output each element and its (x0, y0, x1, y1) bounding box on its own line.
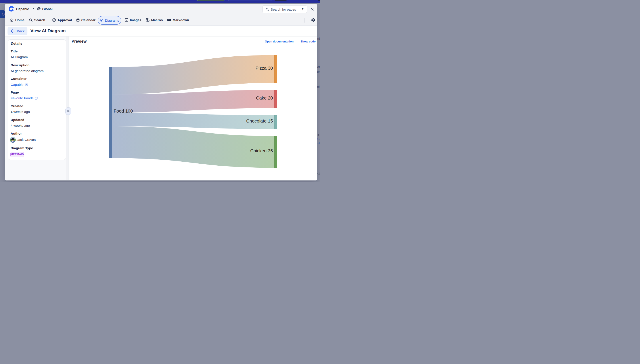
svg-text:Pizza 30: Pizza 30 (256, 66, 273, 70)
svg-text:Cake 20: Cake 20 (256, 95, 273, 100)
svg-text:Chicken 35: Chicken 35 (250, 148, 273, 153)
svg-text:Food 100: Food 100 (114, 108, 133, 114)
svg-text:Chocolate 15: Chocolate 15 (246, 118, 273, 124)
